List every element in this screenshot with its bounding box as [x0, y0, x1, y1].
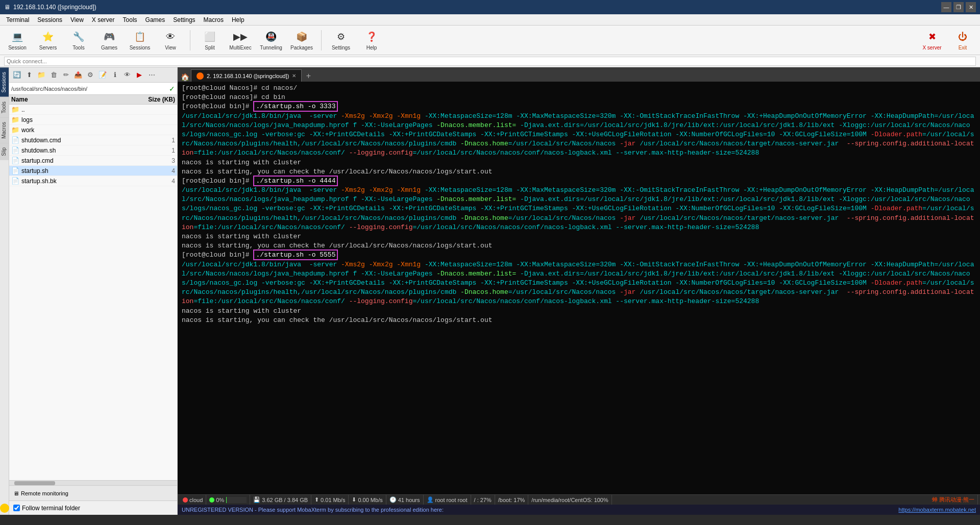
status-download: ⬇ 0.00 Mb/s [349, 495, 386, 505]
file-exec-btn[interactable]: ▶ [134, 69, 145, 81]
list-item[interactable]: 📁 logs [9, 115, 177, 125]
toolbar-view[interactable]: 👁 View [157, 28, 184, 53]
follow-folder-checkbox[interactable] [13, 505, 20, 511]
file-settings-btn[interactable]: ⚙ [85, 69, 96, 81]
status-cloud: cloud [180, 495, 206, 505]
settings-icon: ⚙ [334, 30, 348, 44]
toolbar-separator2 [321, 30, 322, 51]
menu-xserver[interactable]: X server [88, 15, 119, 24]
toolbar-servers[interactable]: ⭐ Servers [35, 28, 61, 53]
terminal-line: [root@cloud Nacos]# cd nacos/ [182, 84, 976, 93]
restore-button[interactable]: ❐ [953, 2, 964, 12]
folder-icon: 📁 [11, 106, 19, 113]
horizontal-scrollbar[interactable] [9, 480, 177, 485]
status-upload-label: 0.01 Mb/s [321, 497, 345, 503]
highlighted-cmd2: ./startup.sh -o 4444 [253, 176, 338, 186]
minimize-button[interactable]: — [941, 2, 951, 12]
file-icon: 📄 [11, 177, 19, 185]
col-size-header: Size (KB) [134, 96, 175, 103]
sidebar-tab-slip[interactable]: Slip [0, 143, 9, 160]
tab-home-icon[interactable]: 🏠 [180, 73, 190, 82]
menu-tools[interactable]: Tools [119, 15, 141, 24]
file-info-btn[interactable]: ℹ [109, 69, 120, 81]
terminal-content[interactable]: [root@cloud Nacos]# cd nacos/ [root@clou… [178, 82, 980, 494]
status-memory: 💾 3.62 GB / 3.84 GB [250, 495, 311, 505]
menu-macros[interactable]: Macros [200, 15, 228, 24]
menu-sessions[interactable]: Sessions [33, 15, 66, 24]
sidebar-tabs: Sessions Tools Macros Slip [0, 67, 9, 515]
list-item[interactable]: 📄 startup.sh.bk 4 [9, 176, 177, 186]
file-rename-btn[interactable]: ✏ [60, 69, 71, 81]
file-icon: 📄 [11, 157, 19, 164]
status-dot-red [183, 497, 188, 503]
title-bar-left: 🖥 192.168.10.140 ([springcloud]) [4, 4, 96, 11]
toolbar-exit[interactable]: ⏻ Exit [949, 28, 976, 53]
file-new-folder-btn[interactable]: 📁 [36, 69, 47, 81]
terminal-line-cmd2: [root@cloud bin]# ./startup.sh -o 4444 [182, 177, 976, 186]
menu-settings[interactable]: Settings [169, 15, 199, 24]
tab-session-icon [197, 72, 204, 80]
toolbar-tools[interactable]: 🔧 Tools [65, 28, 92, 53]
multiexec-icon: ▶▶ [233, 30, 248, 44]
folder-icon: 📁 [11, 126, 19, 134]
status-disk3: /run/media/root/CentOS: 100% [528, 495, 611, 505]
status-boot-pct: /boot: 17% [498, 497, 525, 503]
list-item[interactable]: 📄 shutdown.cmd 1 [9, 135, 177, 145]
new-tab-button[interactable]: + [303, 70, 314, 82]
file-view-btn[interactable]: 👁 [121, 69, 133, 81]
tab-close-icon[interactable]: ✕ [292, 73, 296, 79]
sidebar-tab-sessions[interactable]: Sessions [0, 67, 9, 97]
terminal-line: nacos is starting with cluster [182, 307, 976, 316]
follow-folder-bar: Follow terminal folder [9, 501, 177, 515]
file-refresh-btn[interactable]: 🔄 [11, 69, 22, 81]
tools-icon: 🔧 [71, 30, 86, 44]
toolbar-split[interactable]: ⬜ Split [197, 28, 223, 53]
mobaxterm-link[interactable]: https://mobaxterm.mobatek.net [898, 507, 976, 513]
list-item[interactable]: 📄 shutdown.sh 1 [9, 145, 177, 156]
toolbar-packages[interactable]: 📦 Packages [288, 28, 315, 53]
terminal-area: 🏠 2. 192.168.10.140 ([springcloud]) ✕ + … [178, 67, 980, 515]
toolbar-games[interactable]: 🎮 Games [96, 28, 122, 53]
close-button[interactable]: ✕ [966, 2, 976, 12]
status-download-label: 0.00 Mb/s [358, 497, 382, 503]
menu-terminal[interactable]: Terminal [2, 15, 33, 24]
cpu-bar-fill [226, 497, 227, 503]
col-name-header: Name [11, 96, 134, 103]
notification-dot[interactable] [0, 504, 9, 513]
list-item-selected[interactable]: 📄 startup.sh 4 [9, 166, 177, 176]
quick-connect-input[interactable] [4, 57, 976, 66]
highlighted-cmd1: ./startup.sh -o 3333 [253, 101, 338, 112]
sidebar-tab-tools[interactable]: Tools [0, 97, 9, 117]
toolbar-xserver[interactable]: ✖ X server [919, 28, 945, 53]
list-item[interactable]: 📁 work [9, 125, 177, 135]
menu-view[interactable]: View [66, 15, 88, 24]
terminal-line: /usr/local/src/jdk1.8/bin/java -server -… [182, 112, 976, 158]
toolbar-session[interactable]: 💻 Session [4, 28, 31, 53]
sidebar-tab-macros[interactable]: Macros [0, 117, 9, 143]
menu-help[interactable]: Help [228, 15, 249, 24]
terminal-tab-1[interactable]: 2. 192.168.10.140 ([springcloud]) ✕ [191, 69, 302, 82]
terminal-line: nacos is starting with cluster [182, 232, 976, 241]
remote-monitoring-btn[interactable]: 🖥 Remote monitoring [13, 490, 68, 496]
status-user-label: root root root [435, 497, 468, 503]
toolbar-help[interactable]: ❓ Help [358, 28, 385, 53]
status-user: 👤 root root root [424, 495, 471, 505]
toolbar-tunneling[interactable]: 🚇 Tunneling [258, 28, 284, 53]
toolbar-settings[interactable]: ⚙ Settings [328, 28, 354, 53]
status-cpu-label: 0% [216, 497, 224, 503]
status-bar: cloud 0% 💾 3.62 GB / 3.84 GB ⬆ 0.01 Mb/s… [178, 494, 980, 505]
file-list-header: Name Size (KB) [9, 95, 177, 105]
toolbar-multiexec[interactable]: ▶▶ MultiExec [227, 28, 254, 53]
file-text-btn[interactable]: 📝 [97, 69, 108, 81]
file-delete-btn[interactable]: 🗑 [48, 69, 59, 81]
list-item[interactable]: 📄 startup.cmd 3 [9, 156, 177, 166]
menu-games[interactable]: Games [141, 15, 169, 24]
toolbar-sessions[interactable]: 📋 Sessions [127, 28, 153, 53]
file-transfer-btn[interactable]: 📤 [72, 69, 84, 81]
title-bar: 🖥 192.168.10.140 ([springcloud]) — ❐ ✕ [0, 0, 980, 14]
file-up-btn[interactable]: ⬆ [23, 69, 35, 81]
file-more-btn[interactable]: ⋯ [146, 69, 157, 81]
memory-icon: 💾 [253, 496, 260, 503]
terminal-line-cmd1: [root@cloud bin]# ./startup.sh -o 3333 [182, 102, 976, 111]
list-item[interactable]: 📁 .. [9, 105, 177, 115]
